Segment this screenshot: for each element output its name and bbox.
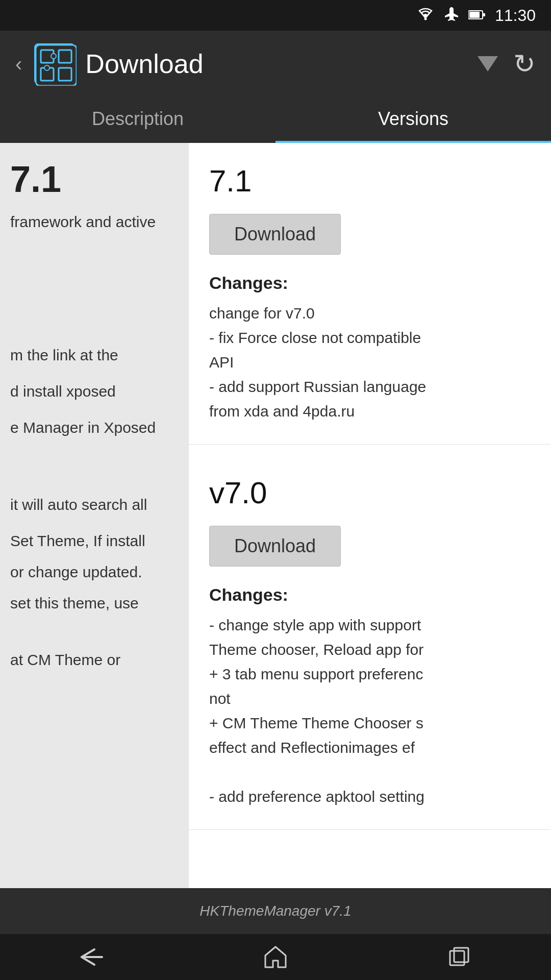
battery-icon [468, 7, 486, 23]
left-text-8: e Manager in Xposed [10, 416, 179, 439]
nav-back-button[interactable] [61, 939, 122, 975]
changes-text-71: change for v7.0 - fix Force close not co… [209, 301, 531, 424]
nav-bar [0, 934, 551, 980]
version-71-number: 7.1 [209, 163, 531, 199]
tab-description[interactable]: Description [0, 97, 276, 143]
wifi-icon [416, 7, 435, 24]
changes-70-line6: effect and Reflectionimages ef [209, 739, 415, 756]
left-text-14: set this theme, use [10, 592, 179, 615]
changes-text-71-line3: API [209, 354, 234, 371]
left-text-16: at CM Theme or [10, 648, 179, 671]
left-text-12: Set Theme, If install [10, 529, 179, 552]
changes-text-71-line4: - add support Russian language [209, 378, 426, 395]
nav-recents-button[interactable] [429, 939, 490, 975]
changes-title-70: Changes: [209, 585, 531, 605]
app-bar-title: Download [85, 48, 467, 79]
left-text-13: or change updated. [10, 560, 179, 583]
right-panel[interactable]: 7.1 Download Changes: change for v7.0 - … [189, 143, 551, 888]
left-version: 7.1 [10, 158, 179, 200]
svg-rect-11 [450, 951, 464, 965]
version-card-70: v7.0 Download Changes: - change style ap… [189, 455, 551, 830]
tab-description-label: Description [92, 108, 184, 130]
svg-rect-2 [469, 12, 480, 18]
app-logo [34, 43, 75, 84]
svg-point-9 [51, 54, 56, 59]
left-text-6: d install xposed [10, 380, 179, 403]
left-text-4: m the link at the [10, 344, 179, 366]
changes-text-71-line2: - fix Force close not compatible [209, 329, 421, 346]
footer-text: HKThemeManager v7.1 [199, 903, 351, 919]
changes-title-71: Changes: [209, 273, 531, 293]
changes-text-71-line1: change for v7.0 [209, 305, 315, 322]
refresh-button[interactable]: ↻ [513, 48, 536, 79]
app-bar: ‹ Download ↻ [0, 31, 551, 97]
main-content: 7.1 framework and active m the link at t… [0, 143, 551, 888]
svg-rect-3 [483, 13, 485, 16]
changes-text-70: - change style app with support Theme ch… [209, 613, 531, 809]
nav-home-button[interactable] [245, 939, 306, 975]
changes-70-line4: not [209, 690, 231, 707]
airplane-icon [444, 6, 459, 25]
svg-point-10 [44, 65, 49, 70]
changes-70-line7: - add preference apktool setting [209, 788, 424, 805]
download-button-71[interactable]: Download [209, 214, 341, 255]
left-text-10: it will auto search all [10, 493, 179, 516]
status-bar: 11:30 [0, 0, 551, 31]
download-button-70[interactable]: Download [209, 526, 341, 567]
svg-rect-12 [454, 948, 468, 962]
status-icons: 11:30 [416, 6, 536, 25]
tab-versions-label: Versions [378, 108, 448, 130]
version-70-number: v7.0 [209, 475, 531, 510]
svg-point-0 [424, 17, 427, 20]
changes-text-71-line5: from xda and 4pda.ru [209, 403, 355, 420]
left-text-1: framework and active [10, 210, 179, 233]
tab-versions[interactable]: Versions [276, 97, 551, 143]
left-panel: 7.1 framework and active m the link at t… [0, 143, 189, 888]
changes-70-line2: Theme chooser, Reload app for [209, 641, 423, 658]
back-nav-icon[interactable]: ‹ [15, 53, 22, 76]
status-time: 11:30 [495, 6, 536, 25]
svg-rect-4 [36, 45, 77, 86]
version-card-71: 7.1 Download Changes: change for v7.0 - … [189, 143, 551, 445]
tab-bar: Description Versions [0, 97, 551, 143]
changes-70-line5: + CM Theme Theme Chooser s [209, 715, 423, 731]
dropdown-triangle [478, 56, 498, 71]
footer: HKThemeManager v7.1 [0, 888, 551, 934]
changes-70-line3: + 3 tab menu support preferenc [209, 666, 423, 682]
changes-70-line1: - change style app with support [209, 617, 421, 633]
